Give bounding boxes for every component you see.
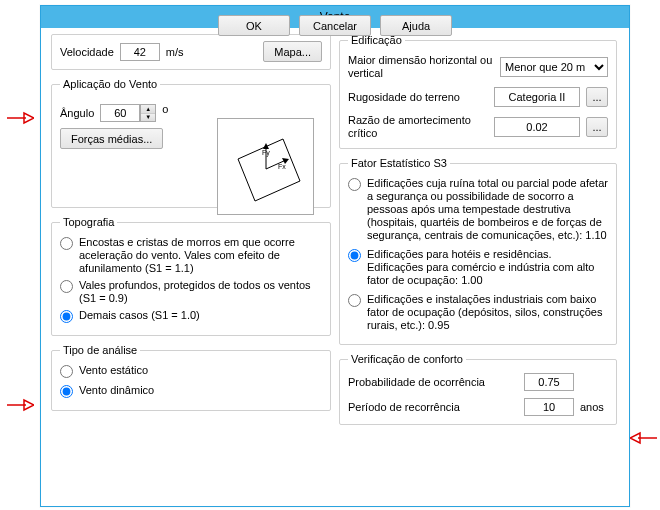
stat-opt2[interactable]: Edificações para hotéis e residências. E… bbox=[348, 248, 608, 287]
application-legend: Aplicação do Vento bbox=[60, 78, 160, 90]
stat-factor-legend: Fator Estatístico S3 bbox=[348, 157, 450, 169]
svg-marker-12 bbox=[630, 433, 640, 443]
topography-opt1[interactable]: Encostas e cristas de morros em que ocor… bbox=[60, 236, 322, 275]
stat-radio-2[interactable] bbox=[348, 249, 361, 262]
building-group: Edificação Maior dimensão horizontal ou … bbox=[339, 34, 617, 149]
stat-radio-1[interactable] bbox=[348, 178, 361, 191]
callout-arrow-icon bbox=[6, 110, 34, 126]
velocity-unit: m/s bbox=[166, 46, 184, 58]
map-button[interactable]: Mapa... bbox=[263, 41, 322, 62]
analysis-legend: Tipo de análise bbox=[60, 344, 140, 356]
help-button[interactable]: Ajuda bbox=[380, 15, 452, 36]
topography-opt2[interactable]: Vales profundos, protegidos de todos os … bbox=[60, 279, 322, 305]
svg-text:Fy: Fy bbox=[262, 149, 270, 157]
callout-arrow-icon bbox=[630, 430, 658, 446]
stat-radio-3[interactable] bbox=[348, 294, 361, 307]
analysis-radio-1[interactable] bbox=[60, 365, 73, 378]
topography-opt3[interactable]: Demais casos (S1 = 1.0) bbox=[60, 309, 322, 323]
terrain-label: Rugosidade do terreno bbox=[348, 91, 488, 104]
prob-input[interactable] bbox=[524, 373, 574, 391]
ok-button[interactable]: OK bbox=[218, 15, 290, 36]
topography-radio-3[interactable] bbox=[60, 310, 73, 323]
velocity-group: Velocidade m/s Mapa... bbox=[51, 34, 331, 70]
application-group: Aplicação do Vento Ângulo ▲ ▼ o bbox=[51, 78, 331, 208]
angle-spinner[interactable]: ▲ ▼ bbox=[100, 104, 156, 122]
analysis-group: Tipo de análise Vento estático Vento din… bbox=[51, 344, 331, 411]
comfort-group: Verificação de conforto Probabilidade de… bbox=[339, 353, 617, 425]
period-label: Período de recorrência bbox=[348, 401, 518, 414]
angle-down-button[interactable]: ▼ bbox=[141, 114, 155, 122]
terrain-value: Categoria II bbox=[494, 87, 580, 107]
topography-group: Topografia Encostas e cristas de morros … bbox=[51, 216, 331, 336]
analysis-opt1[interactable]: Vento estático bbox=[60, 364, 322, 378]
damping-dots-button[interactable]: ... bbox=[586, 117, 608, 137]
topography-label-1: Encostas e cristas de morros em que ocor… bbox=[79, 236, 322, 275]
stat-opt3[interactable]: Edificações e instalações industriais co… bbox=[348, 293, 608, 332]
damping-label: Razão de amortecimento crítico bbox=[348, 114, 488, 140]
analysis-opt2[interactable]: Vento dinâmico bbox=[60, 384, 322, 398]
topography-radio-2[interactable] bbox=[60, 280, 73, 293]
velocity-input[interactable] bbox=[120, 43, 160, 61]
angle-label: Ângulo bbox=[60, 107, 94, 119]
svg-marker-8 bbox=[24, 113, 34, 123]
angle-diagram: Fy Fx bbox=[217, 118, 314, 215]
stat-label-2: Edificações para hotéis e residências. E… bbox=[367, 248, 608, 287]
topography-legend: Topografia bbox=[60, 216, 117, 228]
cancel-button[interactable]: Cancelar bbox=[299, 15, 371, 36]
analysis-label-2: Vento dinâmico bbox=[79, 384, 154, 397]
angle-input[interactable] bbox=[100, 104, 140, 122]
major-dim-label: Maior dimensão horizontal ou vertical bbox=[348, 54, 494, 80]
topography-radio-1[interactable] bbox=[60, 237, 73, 250]
analysis-radio-2[interactable] bbox=[60, 385, 73, 398]
stat-factor-group: Fator Estatístico S3 Edificações cuja ru… bbox=[339, 157, 617, 345]
terrain-dots-button[interactable]: ... bbox=[586, 87, 608, 107]
prob-label: Probabilidade de ocorrência bbox=[348, 376, 518, 389]
content: Velocidade m/s Mapa... Aplicação do Vent… bbox=[41, 28, 629, 44]
angle-up-button[interactable]: ▲ bbox=[141, 105, 155, 114]
svg-marker-10 bbox=[24, 400, 34, 410]
svg-text:Fx: Fx bbox=[278, 163, 286, 170]
topography-label-3: Demais casos (S1 = 1.0) bbox=[79, 309, 200, 322]
stat-label-3: Edificações e instalações industriais co… bbox=[367, 293, 608, 332]
right-column: Edificação Maior dimensão horizontal ou … bbox=[339, 34, 617, 433]
major-dim-select[interactable]: Menor que 20 m bbox=[500, 57, 608, 77]
forces-button[interactable]: Forças médias... bbox=[60, 128, 163, 149]
velocity-label: Velocidade bbox=[60, 46, 114, 58]
topography-label-2: Vales profundos, protegidos de todos os … bbox=[79, 279, 322, 305]
period-unit: anos bbox=[580, 401, 608, 413]
degree-symbol: o bbox=[162, 103, 168, 115]
stat-opt1[interactable]: Edificações cuja ruína total ou parcial … bbox=[348, 177, 608, 242]
stat-label-1: Edificações cuja ruína total ou parcial … bbox=[367, 177, 608, 242]
callout-arrow-icon bbox=[6, 397, 34, 413]
button-bar: OK Cancelar Ajuda bbox=[41, 15, 629, 36]
comfort-legend: Verificação de conforto bbox=[348, 353, 466, 365]
analysis-label-1: Vento estático bbox=[79, 364, 148, 377]
period-input[interactable] bbox=[524, 398, 574, 416]
damping-value: 0.02 bbox=[494, 117, 580, 137]
window: Vento Velocidade m/s Mapa... Aplicação d… bbox=[40, 5, 630, 507]
left-column: Velocidade m/s Mapa... Aplicação do Vent… bbox=[51, 34, 331, 419]
